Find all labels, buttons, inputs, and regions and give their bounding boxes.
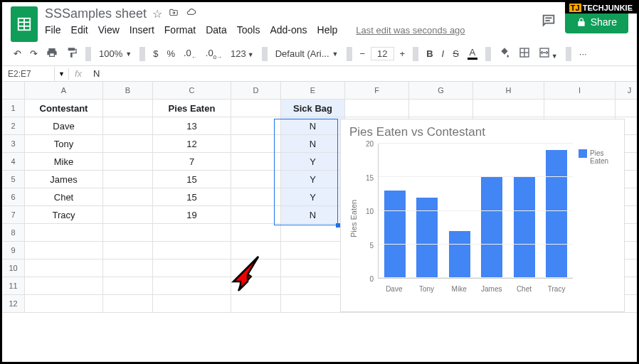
col-header[interactable]: E (281, 82, 345, 100)
cell[interactable] (153, 224, 231, 242)
chart[interactable]: Pies Eaten vs Contestant Pies Eaten Pies… (340, 119, 625, 312)
cell[interactable]: 15 (153, 171, 231, 188)
corner-cell[interactable] (2, 82, 25, 100)
cell[interactable] (231, 100, 281, 117)
merge-button[interactable]: ▼ (536, 45, 561, 63)
cell[interactable] (231, 135, 281, 153)
cell[interactable] (103, 117, 153, 135)
cell[interactable] (103, 224, 153, 242)
cell[interactable] (281, 259, 345, 277)
cell[interactable] (25, 277, 103, 295)
cell[interactable] (616, 100, 639, 117)
cell[interactable]: 19 (153, 206, 231, 224)
paint-format-icon[interactable] (63, 45, 80, 63)
font-size-increase[interactable]: + (397, 46, 408, 61)
number-format-selector[interactable]: 123▼ (228, 46, 257, 61)
cell[interactable] (153, 259, 231, 277)
cell[interactable] (153, 295, 231, 313)
text-color-button[interactable]: A (465, 46, 480, 62)
last-edit-link[interactable]: Last edit was seconds ago (356, 25, 465, 36)
cell[interactable] (153, 277, 231, 295)
strikethrough-button[interactable]: S (450, 46, 462, 61)
cell[interactable] (103, 100, 153, 117)
row-header[interactable]: 3 (2, 135, 25, 153)
row-header[interactable]: 1 (2, 100, 25, 117)
row-header[interactable]: 12 (2, 295, 25, 313)
col-header[interactable]: C (153, 82, 231, 100)
cell[interactable] (231, 188, 281, 206)
borders-button[interactable] (516, 45, 533, 63)
sheets-logo[interactable] (11, 6, 38, 42)
cell[interactable]: Mike (25, 153, 103, 171)
cell[interactable]: 12 (153, 135, 231, 153)
font-size-decrease[interactable]: − (357, 46, 369, 61)
cell[interactable] (231, 117, 281, 135)
cell[interactable] (281, 277, 345, 295)
bar[interactable] (481, 177, 502, 278)
cell[interactable]: Pies Eaten (153, 100, 231, 117)
cell[interactable]: N (281, 206, 345, 224)
col-header[interactable]: J (616, 82, 639, 100)
cell[interactable] (103, 277, 153, 295)
cell[interactable] (231, 224, 281, 242)
col-header[interactable]: G (409, 82, 473, 100)
cell[interactable]: 7 (153, 153, 231, 171)
redo-icon[interactable]: ↷ (27, 46, 41, 61)
cell[interactable] (103, 135, 153, 153)
cell[interactable] (281, 295, 345, 313)
percent-button[interactable]: % (164, 46, 178, 61)
increase-decimal-button[interactable]: .00→ (203, 46, 225, 63)
col-header[interactable]: A (25, 82, 103, 100)
col-header[interactable]: I (544, 82, 616, 100)
bar[interactable] (546, 150, 567, 278)
menu-file[interactable]: File (45, 24, 61, 36)
row-header[interactable]: 10 (2, 259, 25, 277)
print-icon[interactable] (43, 45, 60, 63)
cell[interactable]: N (281, 135, 345, 153)
row-header[interactable]: 9 (2, 242, 25, 259)
menu-view[interactable]: View (98, 24, 120, 36)
menu-data[interactable]: Data (206, 24, 227, 36)
share-button[interactable]: Share (565, 11, 628, 33)
col-header[interactable]: H (473, 82, 544, 100)
fill-color-button[interactable] (496, 45, 513, 63)
cell[interactable] (103, 171, 153, 188)
cell[interactable]: 15 (153, 188, 231, 206)
decrease-decimal-button[interactable]: .0← (181, 46, 200, 63)
menu-help[interactable]: Help (317, 24, 338, 36)
cell[interactable] (25, 259, 103, 277)
star-icon[interactable]: ☆ (152, 7, 162, 21)
cell[interactable] (345, 100, 409, 117)
cell[interactable] (103, 259, 153, 277)
cell[interactable]: 13 (153, 117, 231, 135)
cell[interactable] (103, 295, 153, 313)
doc-title[interactable]: SSSamples sheet (45, 6, 147, 21)
cell[interactable]: N (281, 117, 345, 135)
cell[interactable] (25, 242, 103, 259)
col-header[interactable]: D (231, 82, 281, 100)
cell[interactable] (231, 295, 281, 313)
formula-input[interactable]: N (88, 66, 105, 81)
cell[interactable] (103, 242, 153, 259)
col-header[interactable]: F (345, 82, 409, 100)
name-box-dropdown[interactable]: ▼ (55, 68, 69, 80)
more-button[interactable]: ··· (576, 46, 590, 61)
row-header[interactable]: 8 (2, 224, 25, 242)
bar[interactable] (514, 177, 535, 278)
cell[interactable]: James (25, 171, 103, 188)
name-box[interactable]: E2:E7 (2, 67, 55, 81)
menu-insert[interactable]: Insert (130, 24, 154, 36)
cell[interactable] (231, 206, 281, 224)
row-header[interactable]: 4 (2, 153, 25, 171)
cell[interactable]: Dave (25, 117, 103, 135)
cell[interactable]: Y (281, 188, 345, 206)
bar[interactable] (384, 191, 406, 278)
row-header[interactable]: 6 (2, 188, 25, 206)
row-header[interactable]: 7 (2, 206, 25, 224)
italic-button[interactable]: I (439, 46, 448, 61)
font-size-input[interactable]: 12 (371, 47, 394, 60)
move-icon[interactable] (168, 8, 179, 21)
cell[interactable]: Tony (25, 135, 103, 153)
cell[interactable]: Y (281, 171, 345, 188)
cell[interactable] (409, 100, 473, 117)
